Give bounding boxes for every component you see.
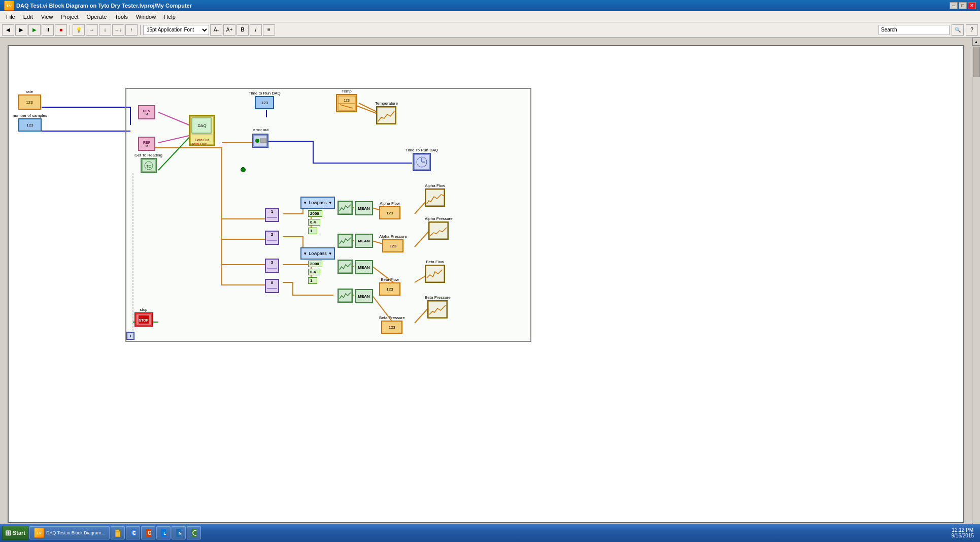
run-button[interactable]: ▶ [28,24,41,36]
index-node-2[interactable]: 2 [265,231,279,245]
lowpass-filter-1[interactable]: ▼ Lowpass ▼ [300,197,335,209]
num-samples-control[interactable]: 123 [18,118,42,132]
alpha-pressure-out-indicator[interactable]: 123 [382,239,403,252]
taskbar-app-7[interactable] [187,526,201,539]
time-to-run-daq2-label: Time To Run DAQ [405,148,438,152]
menu-operate[interactable]: Operate [83,13,111,21]
stop-button[interactable]: STOP [134,312,153,327]
rate-node[interactable]: rate 123 [18,89,41,110]
menu-view[interactable]: View [37,13,57,21]
beta-pressure-out-node[interactable]: Beta Pressure 123 [379,315,405,334]
start-button[interactable]: ⊞ Start [2,526,28,540]
font-size-inc[interactable]: A+ [223,24,235,36]
mean-node-4[interactable]: MEAN [355,289,373,303]
back-button[interactable]: ◀ [2,24,14,36]
alpha-pressure-chart-node[interactable]: Alpha Pressure [425,216,453,240]
temp-indicator[interactable]: 123 [336,94,357,112]
beta-pressure-chart[interactable] [427,300,448,318]
rate-indicator[interactable]: 123 [18,94,41,110]
align-left[interactable]: ≡ [263,24,275,36]
beta-pressure-out-indicator[interactable]: 123 [381,321,402,334]
alpha-flow-out-node[interactable]: Alpha Flow 123 [379,201,400,219]
menu-project[interactable]: Project [57,13,82,21]
taskbar-app-5[interactable]: L [156,526,171,539]
minimize-button[interactable]: ─ [950,2,958,9]
beta-flow-label: Beta Flow [426,260,444,264]
time-run-daq-label: Time to Run DAQ [249,91,281,95]
error-out-node[interactable] [252,134,268,148]
num-samples-node[interactable]: number of samples 123 [13,113,47,132]
signal-cond-2[interactable] [337,234,353,248]
taskbar-app-6[interactable]: N [172,526,186,539]
font-selector[interactable]: 15pt Application Font [143,25,209,35]
retain-wire-button[interactable]: → [86,24,98,36]
taskbar-app-4[interactable]: O [141,526,155,539]
menu-window[interactable]: Window [132,13,160,21]
temp-node[interactable]: Temp 123 [336,89,357,112]
font-size-dec[interactable]: A- [210,24,222,36]
step-out-button[interactable]: ↑ [125,24,138,36]
taskbar-app-2[interactable] [111,526,125,539]
taskbar-app-3[interactable] [126,526,140,539]
signal-cond-4[interactable] [337,289,353,303]
scroll-up-button[interactable]: ▲ [972,38,981,46]
temperature-node[interactable]: Temperature [375,101,398,124]
stop-node[interactable]: stop STOP [134,307,153,327]
beta-pressure-chart-node[interactable]: Beta Pressure [425,295,451,318]
toolbar: ◀ ▶ ▶ ⏸ ■ 💡 → ↓ →↓ ↑ 15pt Application Fo… [0,22,980,38]
step-into-button[interactable]: ↓ [99,24,111,36]
highlight-button[interactable]: 💡 [73,24,85,36]
lowpass-label-2: Lowpass [309,251,327,256]
mean-node-2[interactable]: MEAN [355,234,373,248]
svg-text:N: N [179,531,181,536]
beta-pressure-out-label: Beta Pressure [379,315,405,320]
vertical-scrollbar[interactable]: ▲ ▼ [972,38,980,531]
pause-button[interactable]: ⏸ [42,24,54,36]
menu-tools[interactable]: Tools [111,13,132,21]
index-node-0[interactable]: 0 [265,279,279,293]
beta-flow-chart-node[interactable]: Beta Flow [425,260,445,283]
scroll-thumb[interactable] [973,47,980,77]
mean-node-1[interactable]: MEAN [355,201,373,215]
menu-bar: File Edit View Project Operate Tools Win… [0,11,980,22]
taskbar-app-1-label: DAQ Test.vi Block Diagram... [46,530,105,535]
title-controls[interactable]: ─ □ ✕ [950,2,976,9]
alpha-flow-chart[interactable] [425,188,445,207]
help-button[interactable]: ? [966,24,978,36]
beta-flow-chart[interactable] [425,265,445,283]
signal-cond-1[interactable] [337,201,353,215]
menu-help[interactable]: Help [160,13,180,21]
time-to-run-daq2-icon[interactable] [413,153,431,171]
time-display: 12:12 PM [952,527,974,533]
menu-file[interactable]: File [2,13,19,21]
search-button[interactable]: 🔍 [952,24,964,36]
font-italic[interactable]: I [250,24,262,36]
diagram-canvas[interactable]: rate 123 number of samples 123 DEV M REF [8,45,964,523]
beta-flow-out-node[interactable]: Beta Flow 123 [379,277,400,296]
index-node-3[interactable]: 3 [265,259,279,273]
step-over-button[interactable]: →↓ [112,24,124,36]
alpha-flow-out-indicator[interactable]: 123 [379,206,400,219]
font-bold[interactable]: B [236,24,249,36]
taskbar-app-1[interactable]: LV DAQ Test.vi Block Diagram... [29,526,110,539]
alpha-pressure-chart[interactable] [428,221,449,240]
forward-button[interactable]: ▶ [15,24,27,36]
const-1-1: 1 [308,228,317,234]
index-node-1[interactable]: 1 [265,208,279,222]
time-to-run-daq2-node[interactable]: Time To Run DAQ [405,148,438,171]
maximize-button[interactable]: □ [959,2,967,9]
stop-button[interactable]: ■ [55,24,67,36]
lowpass-filter-2[interactable]: ▼ Lowpass ▼ [300,247,335,260]
signal-cond-3[interactable] [337,260,353,274]
temperature-chart[interactable] [376,106,396,124]
alpha-flow-chart-node[interactable]: Alpha Flow [425,183,445,207]
close-button[interactable]: ✕ [968,2,976,9]
search-input[interactable] [878,25,950,35]
menu-edit[interactable]: Edit [19,13,37,21]
beta-flow-out-indicator[interactable]: 123 [379,282,400,296]
lowpass-label-1: Lowpass [309,200,327,205]
time-run-daq-node[interactable]: Time to Run DAQ 123 [249,91,281,109]
alpha-pressure-out-node[interactable]: Alpha Pressure 123 [379,234,407,252]
mean-node-3[interactable]: MEAN [355,260,373,274]
time-run-daq-control[interactable]: 123 [255,96,274,109]
